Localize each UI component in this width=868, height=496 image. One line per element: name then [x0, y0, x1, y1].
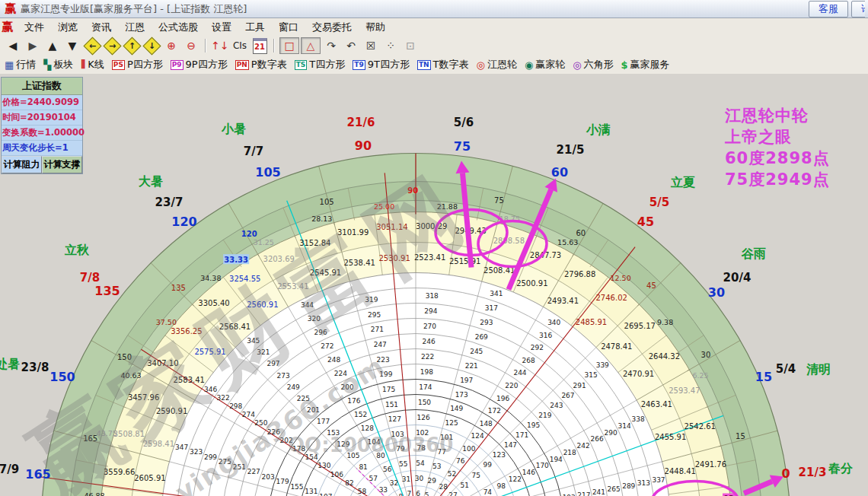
wheel-number: 275 [219, 458, 231, 466]
wheel-number: 347 [175, 444, 188, 451]
price-label-inner: 2583.41 [174, 376, 205, 384]
wheel-number: 5 [425, 491, 429, 496]
wheel-number: 123 [493, 451, 506, 459]
triangle-tool-icon[interactable]: △ [301, 37, 321, 54]
ribbon-item-t-square[interactable]: TST四方形 [295, 58, 346, 72]
wheel-number: 175 [382, 386, 395, 393]
ribbon-item-gann-wheel[interactable]: ◎江恩轮 [477, 58, 517, 72]
diamond-left-icon[interactable]: ← [83, 38, 101, 53]
menu-item-4[interactable]: 公式选股 [152, 19, 205, 36]
rotate-cw-icon[interactable]: ↷ [322, 38, 340, 53]
menu-item-8[interactable]: 交易委托 [305, 19, 359, 36]
winner-service-icon: $ [621, 59, 628, 71]
ribbon-item-9p-square[interactable]: P99P四方形 [171, 58, 228, 72]
wheel-number: 58 [358, 488, 367, 495]
ribbon-item-t-number-table[interactable]: TNT数字表 [417, 58, 469, 72]
sectors-icon: ▚ [43, 59, 51, 71]
zoom-out-icon[interactable]: ⊖ [182, 38, 200, 53]
calc-support-button[interactable]: 计算支撑 [42, 156, 82, 173]
gann-wheel-label: 江恩轮 [487, 58, 517, 72]
ribbon-item-p-square[interactable]: PSP四方形 [112, 58, 163, 72]
price-label-outer: 3356.25 [171, 327, 202, 335]
dotted-cross-icon[interactable]: ⁘ [381, 38, 400, 53]
ribbon-item-hexagon[interactable]: ◎六角形 [573, 58, 613, 72]
wheel-number: 248 [327, 356, 340, 364]
wheel-number: 7 [407, 490, 412, 496]
ribbon-item-9t-square[interactable]: T99T四方形 [353, 58, 410, 72]
wheel-number: 125 [445, 419, 458, 427]
ribbon-item-quotes[interactable]: ▦行情 [5, 58, 36, 72]
wheel-number: 79 [396, 445, 405, 453]
annotation-line-1: 上帝之眼 [725, 126, 830, 148]
9p-square-icon: P9 [171, 60, 183, 70]
updown-arrows-icon[interactable]: ↑↓ [211, 38, 229, 53]
zoom-in-icon[interactable]: ⊕ [162, 38, 180, 53]
cls-label[interactable]: CIs [231, 38, 249, 53]
wheel-number: 201 [307, 406, 320, 414]
wheel-number: 296 [314, 329, 327, 336]
price-label-outer: 2796.88 [564, 270, 595, 278]
menu-item-7[interactable]: 窗口 [272, 19, 305, 36]
calendar-icon[interactable]: 21 [251, 38, 269, 53]
wheel-number: 172 [488, 407, 501, 415]
ribbon-item-winner-wheel[interactable]: ◉赢家轮 [525, 58, 565, 72]
wheel-number: 199 [379, 370, 392, 378]
menu-item-0[interactable]: 文件 [18, 19, 51, 36]
9t-square-label: 9T四方形 [368, 58, 410, 72]
wheel-number: 269 [475, 333, 488, 341]
calc-resistance-button[interactable]: 计算阻力 [2, 156, 42, 173]
wheel-number: 57 [369, 475, 378, 482]
diamond-down-icon[interactable]: ↓ [142, 38, 161, 53]
menu-bar: 赢 文件浏览资讯江恩公式选股设置工具窗口交易委托帮助 [0, 18, 868, 37]
wheel-number: 173 [455, 391, 468, 399]
price-label-inner: 2605.91 [134, 474, 165, 482]
forward-arrow-icon[interactable]: ▶ [24, 38, 42, 53]
menu-item-9[interactable]: 帮助 [359, 19, 392, 36]
diamond-right-icon[interactable]: → [103, 38, 121, 53]
wheel-number: 171 [515, 431, 528, 439]
p-number-table-label: P数字表 [251, 58, 287, 72]
diamond-up-icon: ↑ [123, 37, 141, 55]
rotate-ccw-icon[interactable]: ↶ [342, 38, 360, 53]
percent-label: 34.38 [200, 274, 221, 282]
frame-x-icon[interactable]: ☒ [362, 38, 380, 53]
wheel-number: 197 [460, 377, 473, 384]
menu-item-3[interactable]: 江恩 [118, 19, 152, 36]
winner-service-label: 赢家服务 [630, 58, 670, 72]
wheel-number: 298 [229, 402, 242, 410]
menu-item-2[interactable]: 资讯 [85, 19, 118, 36]
ribbon-item-sectors[interactable]: ▚板块 [43, 58, 73, 72]
wheel-number: 76 [456, 457, 465, 465]
menu-item-1[interactable]: 浏览 [51, 19, 85, 36]
ribbon-item-p-number-table[interactable]: PNP数字表 [235, 58, 287, 72]
price-label-inner: 2500.91 [516, 279, 547, 288]
wheel-number: 152 [354, 411, 367, 418]
rect-tool-icon[interactable]: □ [279, 37, 299, 54]
degree-label: 60 [551, 165, 568, 180]
screen-icon[interactable]: ⊡ [401, 38, 420, 53]
diamond-up-icon[interactable]: ↑ [123, 38, 141, 53]
back-arrow-icon[interactable]: ◀ [4, 38, 22, 53]
price-label-outer: 3000.29 [416, 222, 447, 231]
wheel-number: 82 [345, 479, 353, 487]
up-triangle-icon[interactable]: ▲ [43, 38, 62, 53]
wheel-number: 250 [254, 419, 267, 427]
wheel-number: 127 [388, 415, 401, 423]
ribbon-item-winner-service[interactable]: $赢家服务 [621, 58, 670, 72]
price-label-inner: 2515.91 [449, 257, 480, 265]
price-label-outer: 3407.10 [147, 359, 178, 367]
menu-item-5[interactable]: 设置 [205, 19, 238, 36]
menu-item-6[interactable]: 工具 [238, 19, 272, 36]
down-triangle-icon[interactable]: ▼ [63, 38, 81, 53]
customer-service-button[interactable]: 客服 [809, 1, 848, 17]
degree-label: 105 [255, 165, 280, 180]
9t-square-icon: T9 [353, 60, 365, 70]
price-label-outer: 3203.69 [263, 255, 295, 263]
wheel-number: 179 [276, 478, 289, 485]
wheel-number: 150 [418, 399, 431, 406]
hexagon-icon: ◎ [573, 59, 581, 71]
ribbon-item-kline[interactable]: ⫼K线 [81, 58, 104, 72]
date-label: 23/8 [21, 361, 49, 374]
forum-button[interactable]: 论坛 [851, 1, 865, 17]
info-row-1: 时间=20190104 [2, 110, 82, 126]
